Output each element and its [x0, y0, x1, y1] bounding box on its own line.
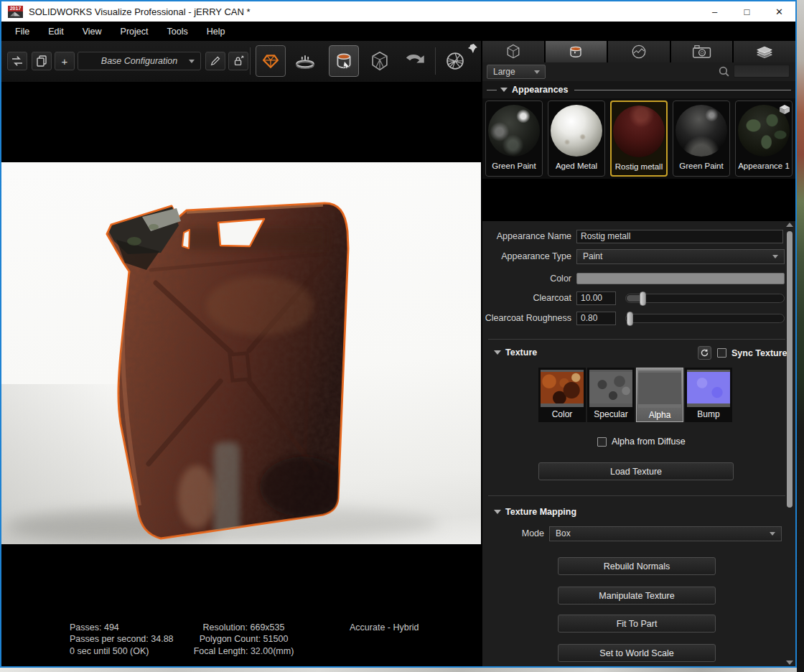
menu-help[interactable]: Help	[197, 23, 235, 40]
appearance-type-dropdown[interactable]: Paint	[576, 249, 785, 264]
menu-project[interactable]: Project	[111, 23, 158, 40]
scroll-up-arrow[interactable]	[786, 223, 793, 227]
maximize-button[interactable]: □	[731, 1, 763, 22]
menu-view[interactable]: View	[73, 23, 111, 40]
menu-edit[interactable]: Edit	[39, 23, 73, 40]
render-viewport[interactable]	[1, 162, 481, 544]
collapse-triangle-icon[interactable]	[494, 510, 501, 514]
texture-tile-specular[interactable]: Specular	[587, 368, 635, 422]
models-cube-icon	[504, 42, 523, 61]
search-input[interactable]	[734, 65, 790, 78]
desktop-sliver-right	[797, 0, 804, 672]
color-swatch[interactable]	[576, 273, 785, 284]
projection-box-icon[interactable]	[365, 45, 395, 77]
texture-channel-tiles: Color Specular Alpha Bump	[538, 368, 732, 422]
fit-to-part-button[interactable]: Fit To Part	[558, 615, 716, 633]
palette-tabs	[482, 41, 795, 62]
pin-icon[interactable]	[467, 43, 478, 57]
minimize-button[interactable]: –	[698, 1, 731, 22]
tab-models[interactable]	[482, 41, 544, 62]
divider	[488, 495, 785, 496]
appearance-properties: Appearance Name Appearance Type Paint Co…	[482, 221, 795, 666]
chevron-down-icon	[534, 70, 540, 74]
appearance-bucket-tool-icon[interactable]	[329, 45, 359, 77]
scroll-down-arrow[interactable]	[786, 661, 793, 665]
roughness-slider-handle[interactable]	[627, 312, 633, 326]
lock-icon[interactable]	[228, 52, 248, 70]
collapse-triangle-icon[interactable]	[500, 88, 508, 92]
texture-tile-bump[interactable]: Bump	[685, 368, 732, 422]
menu-tools[interactable]: Tools	[157, 23, 197, 40]
material-sphere-preview	[551, 105, 602, 157]
viewport-letterbox-bottom: Passes: 494 Passes per second: 34.88 0 s…	[1, 544, 481, 666]
section-line	[574, 90, 791, 90]
add-icon[interactable]: +	[55, 52, 75, 70]
tab-environments[interactable]	[608, 41, 670, 62]
status-passes-per-second: Passes per second: 34.88	[70, 633, 174, 645]
bump-texture-preview	[687, 370, 730, 407]
texture-tile-color[interactable]: Color	[538, 368, 586, 422]
appearance-thumb-green-paint-2[interactable]: Green Paint	[673, 101, 730, 177]
appearances-title: Appearances	[512, 85, 569, 95]
alpha-from-diffuse-checkbox[interactable]	[597, 437, 607, 447]
load-texture-button[interactable]: Load Texture	[538, 462, 734, 480]
texture-mapping-section-header: Texture Mapping	[494, 507, 576, 517]
clearcoat-slider[interactable]	[625, 294, 785, 303]
thumbnail-size-dropdown[interactable]: Large	[487, 65, 546, 79]
duplicate-icon[interactable]	[32, 52, 52, 70]
appearance-name-row: Appearance Name	[482, 228, 795, 244]
tab-cameras[interactable]	[671, 41, 733, 62]
chevron-down-icon	[772, 255, 778, 258]
appearance-thumb-green-paint-1[interactable]: Green Paint	[485, 101, 543, 177]
window-title: SOLIDWORKS Visualize Professional - jERR…	[29, 6, 251, 17]
aperture-icon[interactable]	[440, 45, 470, 77]
color-row: Color	[482, 271, 795, 286]
scrollbar-thumb[interactable]	[787, 231, 793, 508]
tab-layers[interactable]	[734, 41, 795, 62]
refresh-textures-icon[interactable]	[698, 346, 711, 360]
mapping-mode-row: Mode Box	[482, 526, 795, 541]
render-mode-gem-icon[interactable]	[256, 45, 286, 77]
divider	[488, 339, 785, 340]
menu-file[interactable]: File	[6, 23, 39, 40]
roughness-slider[interactable]	[625, 314, 785, 323]
jerry-can-model[interactable]	[102, 198, 353, 544]
appearance-thumb-aged-metal[interactable]: Aged Metal	[548, 101, 605, 177]
cube-badge-icon	[778, 104, 791, 118]
configuration-dropdown[interactable]: Base Configuration	[78, 52, 201, 70]
set-to-world-scale-button[interactable]: Set to World Scale	[558, 644, 716, 662]
menu-bar: File Edit View Project Tools Help	[1, 22, 795, 41]
section-dash	[487, 90, 497, 90]
clearcoat-roughness-row: Clearcoat Roughness	[482, 310, 795, 326]
appearances-section-header: Appearances	[482, 81, 795, 98]
close-button[interactable]: ✕	[763, 1, 795, 22]
alpha-from-diffuse-label: Alpha from Diffuse	[612, 437, 686, 447]
collapse-triangle-icon[interactable]	[494, 350, 501, 355]
appearance-thumb-appearance-1[interactable]: Appearance 1	[735, 101, 793, 177]
panel-scrollbar[interactable]	[786, 223, 793, 665]
clearcoat-input[interactable]	[576, 291, 616, 305]
rebuild-normals-button[interactable]: Rebuild Normals	[558, 557, 716, 575]
status-time-remaining: 0 sec until 500 (OK)	[70, 645, 174, 658]
cameras-camera-icon	[691, 43, 713, 60]
texture-tile-alpha[interactable]: Alpha	[636, 368, 683, 422]
swap-arrows-icon[interactable]	[7, 52, 27, 70]
turntable-icon[interactable]	[290, 45, 320, 77]
appearance-name-input[interactable]	[576, 230, 783, 243]
main-toolbar: + Base Configuration	[1, 41, 481, 82]
manipulate-texture-button[interactable]: Manipulate Texture	[558, 587, 716, 605]
tab-appearances[interactable]	[546, 41, 607, 62]
app-window: 2017 SOLIDWORKS Visualize Professional -…	[0, 0, 797, 668]
mapping-mode-dropdown[interactable]: Box	[549, 526, 782, 541]
roughness-input[interactable]	[576, 312, 616, 325]
appearance-thumb-rostig-metall[interactable]: Rostig metall	[610, 101, 668, 177]
sync-textures-checkbox[interactable]	[717, 348, 726, 358]
clearcoat-slider-handle[interactable]	[640, 291, 646, 306]
curved-arrow-icon[interactable]	[399, 45, 429, 77]
status-passes: Passes: 494	[70, 622, 174, 634]
material-sphere-preview	[488, 105, 540, 157]
material-sphere-preview	[613, 106, 665, 157]
material-sphere-preview	[676, 105, 727, 157]
edit-pencil-icon[interactable]	[205, 52, 225, 70]
clearcoat-row: Clearcoat	[482, 290, 795, 306]
